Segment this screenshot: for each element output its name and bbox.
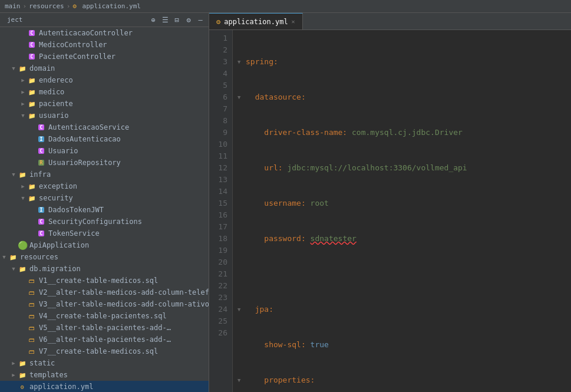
tree-item-dados-autenticacao[interactable]: I DadosAutenticacao xyxy=(0,133,209,145)
tree-item-autenticacao-controller[interactable]: C AutenticacaoController xyxy=(0,27,209,39)
tab-label: application.yml xyxy=(224,18,288,26)
main-area: ject ⊕ ☰ ⊟ ⚙ — C AutenticacaoController … xyxy=(0,13,571,392)
tree-item-v5-sql[interactable]: 🗃 V5__alter-table-pacientes-add-column-t… xyxy=(0,322,209,334)
tree-label: PacienteController xyxy=(39,52,115,61)
java-c-icon: C xyxy=(27,40,37,50)
tree-item-security-configurations[interactable]: C SecurityConfigurations xyxy=(0,216,209,228)
tree-label: MedicoController xyxy=(39,41,107,49)
code-line-4: url: jdbc:mysql://localhost:3306/vollmed… xyxy=(237,162,566,174)
java-r-icon: R xyxy=(37,158,46,167)
tree-label: Usuario xyxy=(48,147,78,155)
tree-item-infra[interactable]: 📁 infra xyxy=(0,169,209,180)
tree-item-medico-controller[interactable]: C MedicoController xyxy=(0,39,209,51)
code-line-3: driver-class-name: com.mysql.cj.jdbc.Dri… xyxy=(237,127,566,139)
fold-icon[interactable]: ▼ xyxy=(237,91,246,103)
tree-item-v1-sql[interactable]: 🗃 V1__create-table-medicos.sql xyxy=(0,275,209,286)
tree-item-v7-sql[interactable]: 🗃 V7__create-table-medicos.sql xyxy=(0,345,209,357)
yaml-icon: ⚙ xyxy=(18,382,27,391)
fold-icon[interactable]: ▼ xyxy=(237,374,246,386)
fold-placeholder xyxy=(237,268,246,280)
tree-item-autenticacao-service[interactable]: C AutenticacaoService xyxy=(0,121,209,133)
tree-item-usuario-repository[interactable]: R UsuarioRepository xyxy=(0,157,209,169)
tree-item-resources[interactable]: 📁 resources xyxy=(0,251,209,263)
tree-label: V1__create-table-medicos.sql xyxy=(39,276,158,285)
fold-icon[interactable]: ▼ xyxy=(237,56,246,68)
java-c-icon: C xyxy=(27,28,37,38)
tree-item-medico[interactable]: 📁 medico xyxy=(0,86,209,98)
folder-icon: 📁 xyxy=(8,252,18,262)
fold-placeholder xyxy=(237,127,246,139)
java-s-icon: 🟢 xyxy=(18,241,27,250)
tab-close-button[interactable]: ✕ xyxy=(292,18,295,25)
tree-label: DadosTokenJWT xyxy=(48,206,104,214)
tree-item-paciente[interactable]: 📁 paciente xyxy=(0,98,209,110)
new-folder-icon[interactable]: ⊕ xyxy=(148,15,158,25)
tree-item-static[interactable]: 📁 static xyxy=(0,357,209,369)
tree-label: infra xyxy=(29,170,51,179)
settings-icon[interactable]: ⚙ xyxy=(184,15,193,25)
sql-icon: 🗃 xyxy=(27,323,37,332)
tree-item-token-service[interactable]: C TokenService xyxy=(0,228,209,239)
folder-icon: 📁 xyxy=(27,193,37,203)
tree-item-usuario[interactable]: 📁 usuario xyxy=(0,110,209,121)
fold-icon[interactable]: ▼ xyxy=(237,304,246,315)
tree-item-v4-sql[interactable]: 🗃 V4__create-table-pacientes.sql xyxy=(0,310,209,322)
tree-label: V5__alter-table-pacientes-add-column-tel… xyxy=(39,324,174,332)
sidebar-left-tools: ject xyxy=(4,15,27,25)
tree-item-api-application[interactable]: 🟢 ApiApplication xyxy=(0,239,209,251)
code-editor[interactable]: 1 2 3 4 5 6 7 8 9 10 11 12 13 14 15 16 1… xyxy=(209,30,571,392)
java-c-icon: C xyxy=(37,217,46,226)
tree-label: usuario xyxy=(39,111,69,120)
tree-item-exception[interactable]: 📁 exception xyxy=(0,180,209,192)
tree-label: static xyxy=(29,359,55,367)
tree-item-v3-sql[interactable]: 🗃 V3__alter-table-medicos-add-column-ati… xyxy=(0,298,209,310)
tree-item-domain[interactable]: 📁 domain xyxy=(0,62,209,74)
folder-icon: 📁 xyxy=(27,99,37,108)
fold-placeholder xyxy=(237,162,246,174)
line-numbers: 1 2 3 4 5 6 7 8 9 10 11 12 13 14 15 16 1… xyxy=(209,30,233,392)
folder-arrow xyxy=(19,183,27,189)
breadcrumb-main[interactable]: main xyxy=(5,2,21,10)
locate-icon[interactable]: ⊟ xyxy=(172,15,181,25)
code-line-10: ▼ properties: xyxy=(237,374,566,386)
tree-item-templates[interactable]: 📁 templates xyxy=(0,369,209,381)
folder-icon: 📁 xyxy=(27,87,37,97)
tree-label: V4__create-table-pacientes.sql xyxy=(39,312,167,320)
folder-arrow xyxy=(0,254,8,260)
tree-label: SecurityConfigurations xyxy=(48,218,142,226)
folder-icon: 📁 xyxy=(18,64,27,73)
code-line-5: username: root xyxy=(237,197,566,209)
code-line-9: show-sql: true xyxy=(237,339,566,351)
tree-label: paciente xyxy=(39,100,73,108)
breadcrumb-resources[interactable]: resources xyxy=(29,2,64,10)
tree-label: AutenticacaoService xyxy=(48,123,129,131)
folder-arrow xyxy=(19,195,27,201)
folder-icon: 📁 xyxy=(18,170,27,179)
close-sidebar-icon[interactable]: — xyxy=(196,15,205,25)
sidebar-right-tools: ⊕ ☰ ⊟ ⚙ — xyxy=(148,15,205,25)
tree-item-endereco[interactable]: 📁 endereco xyxy=(0,74,209,86)
tree-label: AutenticacaoController xyxy=(39,29,133,37)
java-i-icon: I xyxy=(37,134,46,144)
file-tree: C AutenticacaoController C MedicoControl… xyxy=(0,27,209,392)
tree-label: V3__alter-table-medicos-add-column-ativo… xyxy=(39,300,209,308)
tree-label: exception xyxy=(39,182,77,190)
tree-item-dados-token[interactable]: I DadosTokenJWT xyxy=(0,204,209,216)
folder-icon: 📁 xyxy=(27,182,37,191)
tree-item-security[interactable]: 📁 security xyxy=(0,192,209,204)
tree-item-db-migration[interactable]: 📁 db.migration xyxy=(0,263,209,275)
tree-item-application-yml[interactable]: ⚙ application.yml xyxy=(0,381,209,392)
code-content[interactable]: ▼ spring: ▼ datasource: driver-class-nam… xyxy=(233,30,571,392)
tree-label: medico xyxy=(39,88,64,96)
tree-label: resources xyxy=(20,253,58,261)
tree-label: V6__alter-table-pacientes-add-column-ati… xyxy=(39,335,174,344)
tree-item-usuario-class[interactable]: C Usuario xyxy=(0,145,209,157)
folder-arrow xyxy=(9,360,18,366)
tree-item-v6-sql[interactable]: 🗃 V6__alter-table-pacientes-add-column-a… xyxy=(0,334,209,345)
sql-icon: 🗃 xyxy=(27,335,37,344)
tree-item-v2-sql[interactable]: 🗃 V2__alter-table-medicos-add-column-tel… xyxy=(0,286,209,298)
collapse-icon[interactable]: ☰ xyxy=(160,15,170,25)
tree-label: ApiApplication xyxy=(29,241,89,249)
tree-item-paciente-controller[interactable]: C PacienteController xyxy=(0,51,209,62)
tab-application-yml[interactable]: ⚙ application.yml ✕ xyxy=(209,13,303,29)
